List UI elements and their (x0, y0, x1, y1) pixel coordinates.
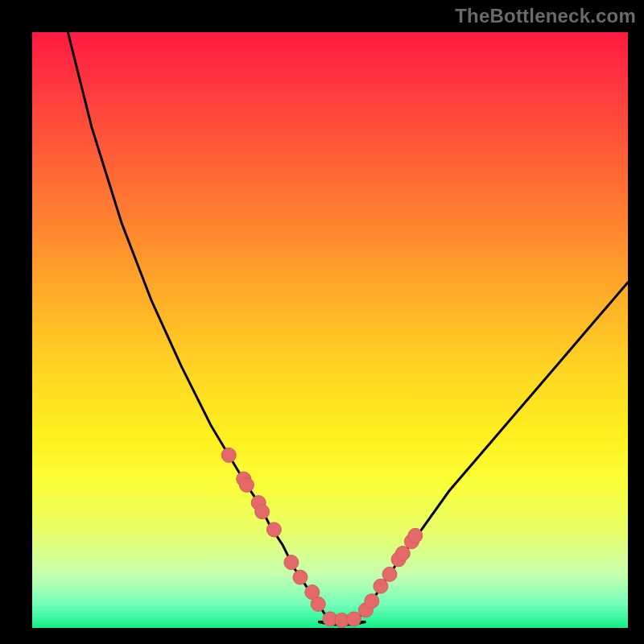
marker-dot (374, 579, 388, 593)
marker-dot (311, 597, 325, 611)
marker-dot (347, 612, 361, 626)
marker-dot (221, 448, 236, 462)
chart-frame: TheBottleneck.com (0, 0, 644, 644)
marker-dot (255, 505, 270, 519)
marker-dot (365, 594, 379, 609)
chart-svg (32, 32, 628, 628)
marker-dot (395, 547, 410, 561)
marker-dot (408, 528, 423, 543)
marker-dot (284, 555, 299, 570)
marker-dot (239, 477, 254, 492)
watermark-text: TheBottleneck.com (455, 5, 636, 27)
marker-dots (221, 448, 423, 627)
marker-dot (293, 570, 308, 584)
marker-dot (382, 567, 397, 581)
bottleneck-curve (68, 32, 628, 625)
marker-dot (266, 522, 281, 537)
curve-path (68, 32, 628, 625)
